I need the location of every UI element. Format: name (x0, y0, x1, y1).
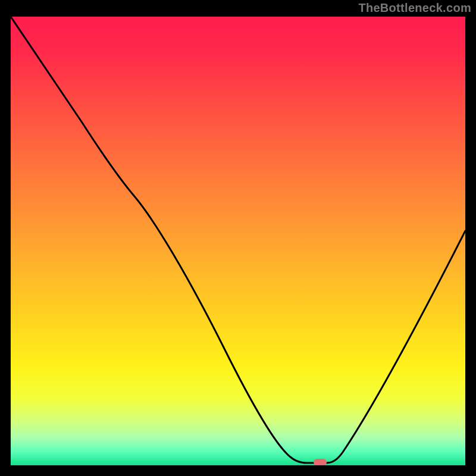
plot-area (11, 17, 465, 465)
curve-path (11, 17, 465, 463)
optimum-marker (314, 459, 327, 465)
bottleneck-curve (11, 17, 465, 465)
chart-stage: TheBottleneck.com (0, 0, 476, 476)
watermark-text: TheBottleneck.com (358, 1, 471, 15)
